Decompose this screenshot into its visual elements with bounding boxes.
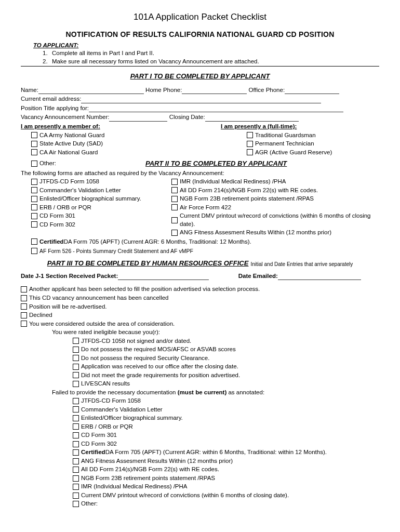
checkbox[interactable] bbox=[171, 179, 178, 185]
part2-intro: The following forms are attached as requ… bbox=[21, 169, 379, 178]
cb-sad: State Active Duty (SAD) bbox=[31, 140, 200, 148]
checkbox[interactable] bbox=[73, 467, 79, 473]
cb-cd301: CD Form 301 bbox=[31, 212, 171, 220]
cb-ca-air: CA Air National Guard bbox=[31, 149, 200, 157]
checkbox[interactable] bbox=[247, 141, 253, 147]
checkbox[interactable] bbox=[73, 398, 79, 404]
position-input[interactable] bbox=[89, 105, 343, 112]
page-subtitle: NOTIFICATION OF RESULTS CALIFORNIA NATIO… bbox=[21, 30, 379, 39]
checkbox[interactable] bbox=[31, 179, 37, 185]
cb-ngb23b: NGB Form 23B retirement points statement… bbox=[171, 195, 379, 203]
checkbox[interactable] bbox=[31, 141, 37, 147]
checkbox[interactable] bbox=[73, 501, 79, 507]
checkbox[interactable] bbox=[73, 432, 79, 438]
checkbox[interactable] bbox=[73, 458, 79, 464]
checkbox[interactable] bbox=[73, 493, 79, 499]
cb-ang: ANG Fitness Assesment Results Within (12… bbox=[171, 229, 379, 237]
checkbox[interactable] bbox=[171, 187, 178, 193]
office-phone-input[interactable] bbox=[285, 87, 339, 94]
date-emailed-input[interactable] bbox=[278, 273, 361, 280]
checkbox[interactable] bbox=[21, 286, 27, 292]
cb-doc-1: Commander's Validation Letter bbox=[73, 406, 379, 414]
cb-doc-2: Enlisted/Officer biographical summary. bbox=[73, 414, 379, 422]
divider-top bbox=[21, 66, 379, 66]
cb-doc2-3: IMR (Individual Medical Rediness) /PHA bbox=[73, 483, 379, 491]
checkbox[interactable] bbox=[21, 321, 27, 327]
checkbox[interactable] bbox=[73, 406, 79, 413]
checkbox[interactable] bbox=[31, 161, 37, 167]
vacancy-input[interactable] bbox=[109, 115, 167, 122]
checkbox[interactable] bbox=[31, 238, 37, 245]
cb-af526: AF Form 526 - Points Summary Credit Stat… bbox=[31, 247, 379, 255]
cb-doc2-4: Current DMV printout w/record of convict… bbox=[73, 491, 379, 500]
cb-other: Other: bbox=[31, 159, 125, 168]
cb-ineligible-1: Do not possess the required MOS/AFSC or … bbox=[73, 345, 379, 354]
cb-agr: AGR (Active Guard Reserve) bbox=[247, 149, 379, 157]
checkbox[interactable] bbox=[171, 230, 178, 236]
part2-header: PART II TO BE COMPLETED BY APPLICANT bbox=[125, 159, 379, 168]
checkbox[interactable] bbox=[73, 364, 79, 370]
cb-outside-area: You were considered outside the area of … bbox=[21, 320, 379, 328]
checkbox[interactable] bbox=[73, 381, 79, 387]
checkbox[interactable] bbox=[31, 196, 37, 202]
checkbox[interactable] bbox=[73, 338, 79, 344]
cb-doc-3: ERB / ORB or PQR bbox=[73, 423, 379, 431]
checkbox[interactable] bbox=[21, 295, 27, 301]
checkbox[interactable] bbox=[247, 149, 253, 155]
field-name: Name: Home Phone: Office Phone: bbox=[21, 86, 379, 95]
checkbox[interactable] bbox=[73, 415, 79, 421]
checkbox[interactable] bbox=[73, 484, 79, 490]
checkbox[interactable] bbox=[73, 449, 79, 456]
cb-certified-da705: Certified DA Form 705 (APFT) (Current AG… bbox=[31, 238, 379, 246]
checkbox[interactable] bbox=[31, 213, 37, 219]
name-input[interactable] bbox=[38, 87, 144, 94]
cb-cd302: CD Form 302 bbox=[31, 221, 171, 229]
date-j1-input[interactable] bbox=[118, 273, 209, 280]
checkbox[interactable] bbox=[21, 312, 27, 318]
date-row: Date J-1 Section Received Packet: Date E… bbox=[21, 272, 379, 281]
page-title: 101A Application Packet Checklist bbox=[21, 11, 379, 23]
checkbox[interactable] bbox=[31, 132, 37, 138]
cb-doc-5: CD Form 302 bbox=[73, 440, 379, 448]
cb-ineligible-5: LIVESCAN results bbox=[73, 380, 379, 388]
cb-doc-cert: Certified DA Form 705 (APFT) (Current AG… bbox=[73, 448, 379, 457]
checkbox[interactable] bbox=[31, 149, 37, 155]
email-input[interactable] bbox=[81, 97, 321, 103]
checkbox[interactable] bbox=[73, 355, 79, 361]
cb-ineligible-0: JTFDS-CD 1058 not signed and/or dated. bbox=[73, 337, 379, 345]
cb-readvertised: Position will be re-advertised. bbox=[21, 303, 379, 311]
checkbox[interactable] bbox=[31, 187, 37, 193]
home-phone-input[interactable] bbox=[182, 87, 247, 94]
checkbox[interactable] bbox=[31, 221, 37, 228]
cb-doc2-2: NGB Form 23B retirement points statement… bbox=[73, 474, 379, 483]
field-vacancy: Vacancy Announcement Number: Closing Dat… bbox=[21, 113, 379, 122]
member-header: I am presently a member of: bbox=[21, 123, 200, 131]
cb-dmv: Current DMV printout w/record of convict… bbox=[171, 212, 379, 228]
part3-side-note: Initial and Date Entries that arrive sep… bbox=[250, 261, 353, 268]
cb-doc2-1: All DD Form 214(s)/NGB Form 22(s) with R… bbox=[73, 466, 379, 474]
checkbox[interactable] bbox=[31, 248, 37, 254]
checkbox[interactable] bbox=[73, 423, 79, 430]
ineligible-header: You were rated ineligible because you(r)… bbox=[52, 328, 379, 337]
checkbox[interactable] bbox=[73, 347, 79, 353]
cb-ca-army: CA Army National Guard bbox=[31, 131, 200, 140]
cb-cancelled: This CD vacancy announcement has been ca… bbox=[21, 294, 379, 302]
cb-traditional: Traditional Guardsman bbox=[247, 131, 379, 140]
checkbox[interactable] bbox=[21, 303, 27, 310]
cb-imr: IMR (Individual Medical Rediness) /PHA bbox=[171, 178, 379, 186]
checkbox[interactable] bbox=[171, 196, 178, 202]
checkbox[interactable] bbox=[247, 132, 253, 138]
closing-input[interactable] bbox=[205, 115, 299, 122]
checkbox[interactable] bbox=[171, 217, 178, 223]
cb-dd214: All DD Form 214(s)/NGB Form 22(s) with R… bbox=[171, 187, 379, 195]
cb-commander: Commander's Validation Letter bbox=[31, 187, 171, 195]
checkbox[interactable] bbox=[73, 475, 79, 482]
cb-af422: Air Force Form 422 bbox=[171, 204, 379, 212]
field-position: Position Title applying for: bbox=[21, 104, 379, 113]
checkbox[interactable] bbox=[73, 441, 79, 447]
checkbox[interactable] bbox=[73, 372, 79, 378]
checkbox[interactable] bbox=[171, 204, 178, 210]
cb-doc2-0: ANG Fitness Assesment Results Within (12… bbox=[73, 457, 379, 466]
cb-ineligible-4: Did not meet the grade requirements for … bbox=[73, 371, 379, 380]
checkbox[interactable] bbox=[31, 204, 37, 210]
